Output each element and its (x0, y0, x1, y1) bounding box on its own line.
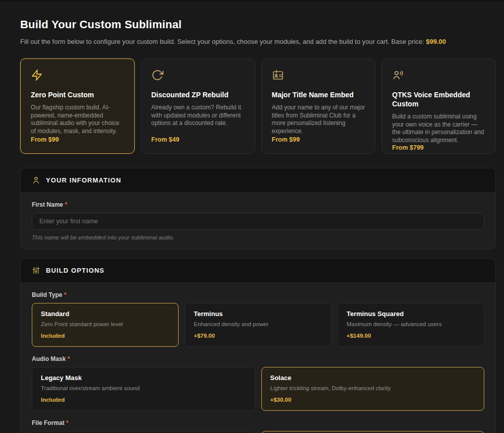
option-field-build-type: Build Type * Standard Zero Point standar… (32, 291, 484, 347)
option-price: Included (41, 332, 170, 340)
first-name-label-text: First Name (32, 201, 63, 208)
lightning-icon (31, 69, 43, 81)
product-card-description: Add your name to any of our major titles… (272, 104, 365, 135)
product-card-title: Major Title Name Embed (272, 90, 365, 99)
option-description: Zero Point standard power level (41, 321, 170, 328)
option-price: +$30.00 (270, 396, 476, 404)
option-card[interactable]: Standard Zero Point standard power level… (32, 303, 179, 347)
option-field-file-format: File Format * MP3 FLAC (32, 419, 484, 433)
page-subtitle: Fill out the form below to configure you… (20, 37, 496, 46)
product-card-description: Our flagship custom build. AI-powered, n… (31, 104, 124, 135)
option-title: Legacy Mask (41, 374, 246, 382)
required-mark: * (66, 419, 69, 426)
product-card[interactable]: Discounted ZP Rebuild Already own a cust… (141, 58, 255, 154)
required-mark: * (65, 201, 67, 208)
product-card-description: Already own a custom? Rebuild it with up… (151, 104, 245, 128)
base-price: $99.00 (426, 38, 446, 45)
first-name-input[interactable] (32, 213, 484, 230)
voice-icon (392, 69, 404, 81)
option-title: Standard (41, 310, 170, 318)
sliders-icon (32, 266, 40, 275)
option-price: +$79.00 (194, 332, 322, 340)
option-price: +$149.00 (347, 332, 475, 340)
option-card[interactable]: MP3 (32, 431, 255, 433)
product-card-price: From $99 (272, 136, 365, 143)
option-price: Included (41, 396, 246, 404)
product-card[interactable]: QTKS Voice Embedded Custom Build a custo… (381, 58, 496, 154)
product-card-title: Discounted ZP Rebuild (151, 90, 245, 99)
option-field-audio-mask: Audio Mask * Legacy Mask Traditional riv… (32, 355, 484, 411)
your-information-heading: Your Information (46, 176, 122, 184)
custom-subliminal-page: Build Your Custom Subliminal Fill out th… (0, 3, 504, 433)
product-card-price: From $99 (31, 136, 124, 143)
option-field-label: File Format * (32, 419, 484, 427)
user-icon (32, 176, 40, 184)
option-title: Terminus (194, 310, 322, 318)
page-subtitle-text: Fill out the form below to configure you… (20, 38, 424, 45)
product-card-grid: Zero Point Custom Our flagship custom bu… (20, 58, 496, 154)
option-card[interactable]: FLAC (261, 431, 485, 433)
build-options-header: Build Options (21, 259, 495, 283)
refresh-icon (151, 69, 163, 81)
page-title: Build Your Custom Subliminal (20, 18, 496, 31)
option-grid: MP3 FLAC (32, 431, 484, 433)
option-description: Lighter trickling stream, Dolby-enhanced… (270, 385, 476, 392)
your-information-body: First Name * This name will be embedded … (21, 193, 495, 249)
product-card-price: From $49 (151, 136, 245, 143)
option-grid: Legacy Mask Traditional river/stream amb… (32, 367, 484, 411)
build-options-panel: Build Options Build Type * Standard Zero… (20, 258, 496, 433)
product-card-title: Zero Point Custom (31, 90, 124, 99)
first-name-label: First Name * (32, 201, 484, 209)
product-card-price: From $799 (392, 144, 485, 151)
option-card[interactable]: Legacy Mask Traditional river/stream amb… (32, 367, 255, 411)
option-field-label: Build Type * (32, 291, 484, 299)
option-field-label: Audio Mask * (32, 355, 484, 363)
first-name-field: First Name * This name will be embedded … (32, 201, 484, 241)
required-mark: * (64, 291, 67, 298)
product-card[interactable]: Zero Point Custom Our flagship custom bu… (20, 58, 135, 154)
option-title: Terminus Squared (347, 310, 475, 318)
your-information-header: Your Information (21, 168, 495, 193)
product-card[interactable]: Major Title Name Embed Add your name to … (261, 58, 376, 154)
option-description: Traditional river/stream ambient sound (41, 385, 246, 392)
product-card-title: QTKS Voice Embedded Custom (392, 90, 485, 108)
required-mark: * (68, 355, 70, 362)
build-options-heading: Build Options (46, 267, 104, 274)
option-description: Maximum density — advanced users (347, 321, 475, 328)
option-title: Solace (270, 374, 476, 382)
first-name-helper: This name will be embedded into your sub… (32, 234, 484, 241)
build-options-body: Build Type * Standard Zero Point standar… (21, 283, 495, 433)
option-description: Enhanced density and power (194, 321, 322, 328)
option-card[interactable]: Terminus Squared Maximum density — advan… (338, 303, 484, 347)
option-card[interactable]: Solace Lighter trickling stream, Dolby-e… (261, 367, 485, 411)
id-badge-icon (272, 69, 284, 81)
option-card[interactable]: Terminus Enhanced density and power +$79… (185, 303, 331, 347)
product-card-description: Build a custom subliminal using your own… (392, 113, 485, 144)
option-grid: Standard Zero Point standard power level… (32, 303, 484, 347)
your-information-panel: Your Information First Name * This name … (20, 168, 496, 250)
